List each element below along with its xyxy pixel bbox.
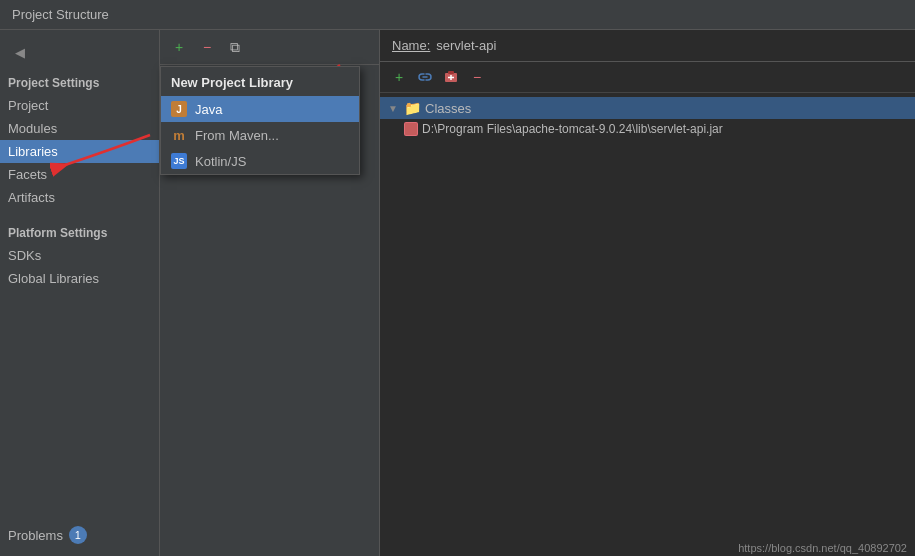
- right-toolbar: + −: [380, 62, 915, 93]
- project-settings-label: Project Settings: [0, 72, 159, 94]
- name-value: servlet-api: [436, 38, 496, 53]
- sidebar-item-artifacts[interactable]: Artifacts: [0, 186, 159, 209]
- sidebar-item-project[interactable]: Project: [0, 94, 159, 117]
- tree-section: ▼ 📁 Classes D:\Program Files\apache-tomc…: [380, 93, 915, 556]
- jar-file-item[interactable]: D:\Program Files\apache-tomcat-9.0.24\li…: [380, 119, 915, 139]
- platform-settings-label: Platform Settings: [0, 222, 159, 244]
- jar-path: D:\Program Files\apache-tomcat-9.0.24\li…: [422, 122, 723, 136]
- sidebar-item-facets[interactable]: Facets: [0, 163, 159, 186]
- svg-rect-1: [448, 71, 454, 74]
- sidebar: ◀ Project Settings Project Modules Libra…: [0, 30, 160, 556]
- sidebar-item-libraries[interactable]: Libraries: [0, 140, 159, 163]
- name-label: Name:: [392, 38, 430, 53]
- remove-library-button[interactable]: −: [196, 36, 218, 58]
- status-bar: https://blog.csdn.net/qq_40892702: [730, 540, 915, 556]
- maven-icon: m: [171, 127, 187, 143]
- sidebar-item-modules[interactable]: Modules: [0, 117, 159, 140]
- dropdown-item-java[interactable]: J Java: [161, 96, 359, 122]
- folder-icon: 📁: [404, 100, 421, 116]
- classes-label: Classes: [425, 101, 471, 116]
- sidebar-item-sdks[interactable]: SDKs: [0, 244, 159, 267]
- right-header: Name: servlet-api: [380, 30, 915, 62]
- dropdown-item-maven[interactable]: m From Maven...: [161, 122, 359, 148]
- middle-toolbar: + − ⧉: [160, 30, 379, 65]
- problems-label: Problems: [8, 528, 63, 543]
- svg-rect-4: [405, 123, 417, 135]
- main-layout: ◀ Project Settings Project Modules Libra…: [0, 30, 915, 556]
- status-url: https://blog.csdn.net/qq_40892702: [738, 542, 907, 554]
- copy-library-button[interactable]: ⧉: [224, 36, 246, 58]
- classes-tree-item[interactable]: ▼ 📁 Classes: [380, 97, 915, 119]
- add-library-button[interactable]: +: [168, 36, 190, 58]
- chevron-icon: ▼: [388, 103, 400, 114]
- maven-label: From Maven...: [195, 128, 279, 143]
- new-project-library-dropdown: New Project Library J Java m From Maven.…: [160, 66, 360, 175]
- title-bar: Project Structure: [0, 0, 915, 30]
- problems-row[interactable]: Problems 1: [0, 522, 159, 548]
- dropdown-title: New Project Library: [161, 67, 359, 96]
- remove-class-button[interactable]: −: [466, 66, 488, 88]
- add-class-button[interactable]: +: [388, 66, 410, 88]
- java-icon: J: [171, 101, 187, 117]
- sidebar-item-global-libraries[interactable]: Global Libraries: [0, 267, 159, 290]
- back-button[interactable]: ◀: [8, 40, 32, 64]
- right-panel: Name: servlet-api + − ▼: [380, 30, 915, 556]
- dropdown-item-kotlin[interactable]: JS Kotlin/JS: [161, 148, 359, 174]
- kotlin-label: Kotlin/JS: [195, 154, 246, 169]
- java-label: Java: [195, 102, 222, 117]
- link-button[interactable]: [414, 66, 436, 88]
- kotlin-icon: JS: [171, 153, 187, 169]
- add-jar-button[interactable]: [440, 66, 462, 88]
- jar-file-icon: [404, 122, 418, 136]
- title-bar-text: Project Structure: [12, 7, 109, 22]
- problems-badge: 1: [69, 526, 87, 544]
